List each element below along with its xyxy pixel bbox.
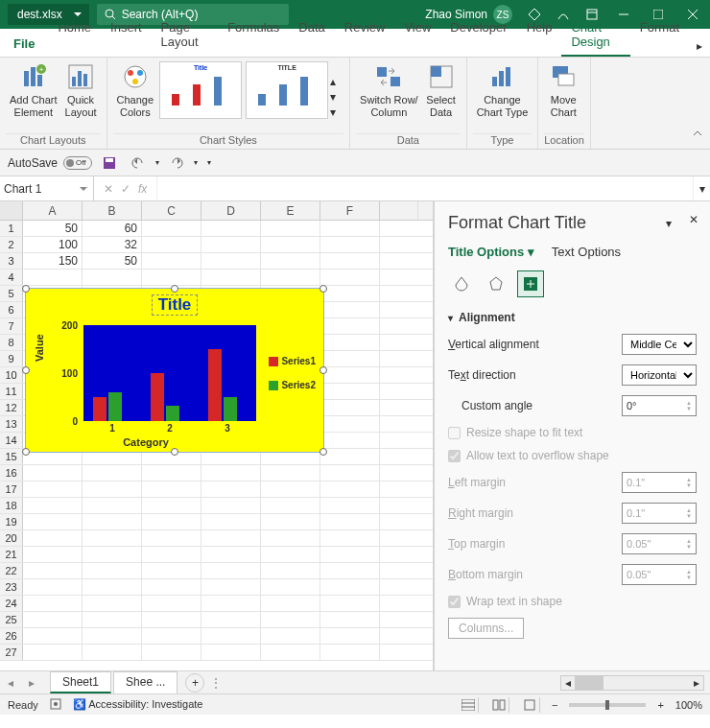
cell[interactable] xyxy=(261,514,320,529)
cancel-formula-icon[interactable]: ✕ xyxy=(104,182,113,196)
cell[interactable] xyxy=(142,530,201,546)
cell[interactable] xyxy=(320,465,380,481)
cell[interactable] xyxy=(142,645,201,660)
new-sheet-button[interactable]: + xyxy=(185,673,204,693)
undo-button[interactable] xyxy=(127,152,150,175)
effects-icon[interactable] xyxy=(483,270,509,297)
tab-file[interactable]: File xyxy=(4,31,44,57)
title-options-tab[interactable]: Title Options ▾ xyxy=(448,245,534,259)
cell[interactable] xyxy=(261,530,320,546)
fill-line-icon[interactable] xyxy=(448,270,475,297)
cell[interactable]: 100 xyxy=(23,237,83,252)
cell[interactable] xyxy=(83,645,142,660)
cell[interactable] xyxy=(201,547,261,562)
tab-data[interactable]: Data xyxy=(289,14,334,57)
cell[interactable] xyxy=(320,563,380,578)
cell[interactable] xyxy=(142,563,201,578)
cell[interactable] xyxy=(142,253,201,269)
row-header[interactable]: 1 xyxy=(0,221,23,236)
alignment-section-header[interactable]: Alignment xyxy=(448,311,697,324)
cell[interactable]: 150 xyxy=(23,253,83,269)
cell[interactable] xyxy=(142,481,201,497)
cell[interactable] xyxy=(261,596,320,611)
zoom-in-button[interactable]: + xyxy=(657,699,663,711)
row-header[interactable]: 13 xyxy=(0,416,23,432)
name-box[interactable]: Chart 1 xyxy=(0,176,94,200)
switch-row-column-button[interactable]: Switch Row/ Column xyxy=(356,59,422,133)
cell[interactable] xyxy=(201,514,261,529)
page-layout-view-button[interactable] xyxy=(490,697,509,713)
cell[interactable] xyxy=(320,237,380,252)
row-header[interactable]: 19 xyxy=(0,514,23,529)
cell[interactable] xyxy=(320,400,380,415)
cell[interactable] xyxy=(320,547,380,562)
cell[interactable] xyxy=(142,547,201,562)
accessibility-status[interactable]: ♿ Accessibility: Investigate xyxy=(73,698,203,711)
cell[interactable] xyxy=(83,612,142,627)
cell[interactable] xyxy=(83,481,142,497)
row-header[interactable]: 9 xyxy=(0,351,23,366)
chart-style-down[interactable]: ▾ xyxy=(330,90,343,104)
cell[interactable]: 50 xyxy=(83,253,142,269)
tab-developer[interactable]: Developer xyxy=(440,14,516,57)
tab-page-layout[interactable]: Page Layout xyxy=(152,14,219,57)
cell[interactable] xyxy=(201,253,261,269)
sheet-tab[interactable]: Sheet1 xyxy=(50,671,111,693)
cell[interactable] xyxy=(261,612,320,627)
chart-style-2[interactable]: TITLE xyxy=(246,61,328,119)
cell[interactable] xyxy=(23,465,83,481)
autosave-toggle[interactable]: Off xyxy=(63,156,92,170)
row-header[interactable]: 6 xyxy=(0,302,23,317)
cell[interactable] xyxy=(23,270,83,285)
zoom-out-button[interactable]: − xyxy=(552,699,557,711)
cell[interactable] xyxy=(201,270,261,285)
cell[interactable] xyxy=(261,221,320,236)
select-data-button[interactable]: Select Data xyxy=(422,59,461,133)
spreadsheet-grid[interactable]: ABCDEF Title Value 2001000 123 Category xyxy=(0,201,434,670)
cell[interactable] xyxy=(23,498,83,513)
cell[interactable] xyxy=(23,596,83,611)
cell[interactable] xyxy=(23,530,83,546)
cell[interactable] xyxy=(320,449,380,464)
cell[interactable] xyxy=(23,612,83,627)
enter-formula-icon[interactable]: ✓ xyxy=(121,182,130,196)
tab-view[interactable]: View xyxy=(394,14,440,57)
normal-view-button[interactable] xyxy=(460,697,479,713)
chart-x-axis-label[interactable]: Category xyxy=(26,436,266,448)
tab-review[interactable]: Review xyxy=(335,14,395,57)
column-header[interactable]: D xyxy=(201,201,261,220)
tab-formulas[interactable]: Formulas xyxy=(218,14,289,57)
cell[interactable] xyxy=(320,253,380,269)
tab-chart-design[interactable]: Chart Design xyxy=(561,14,629,57)
cell[interactable] xyxy=(142,465,201,481)
redo-button[interactable] xyxy=(165,152,188,175)
cell[interactable] xyxy=(320,351,380,366)
chart-y-axis-label[interactable]: Value xyxy=(34,334,45,362)
row-header[interactable]: 25 xyxy=(0,612,23,627)
cell[interactable] xyxy=(201,612,261,627)
cell[interactable] xyxy=(201,530,261,546)
cell[interactable] xyxy=(320,628,380,644)
cell[interactable] xyxy=(320,221,380,236)
sheet-nav-next[interactable]: ▸ xyxy=(21,676,42,690)
sheet-tab[interactable]: Shee ... xyxy=(113,671,178,693)
zoom-level[interactable]: 100% xyxy=(675,699,702,711)
tab-insert[interactable]: Insert xyxy=(101,14,152,57)
chart-plot-area[interactable] xyxy=(83,325,256,421)
cell[interactable] xyxy=(83,514,142,529)
row-header[interactable]: 10 xyxy=(0,367,23,383)
cell[interactable] xyxy=(261,628,320,644)
pane-options-dropdown[interactable]: ▾ xyxy=(666,217,672,230)
cell[interactable] xyxy=(320,367,380,383)
row-header[interactable]: 16 xyxy=(0,465,23,481)
cell[interactable] xyxy=(83,628,142,644)
embedded-chart[interactable]: Title Value 2001000 123 Category Series1… xyxy=(25,288,324,453)
tab-help[interactable]: Help xyxy=(517,14,562,57)
cell[interactable] xyxy=(320,514,380,529)
chart-style-up[interactable]: ▴ xyxy=(330,75,343,88)
zoom-slider[interactable] xyxy=(569,703,646,707)
cell[interactable] xyxy=(320,433,380,448)
cell[interactable] xyxy=(320,498,380,513)
cell[interactable] xyxy=(201,596,261,611)
add-chart-element-button[interactable]: + Add Chart Element xyxy=(6,59,61,133)
